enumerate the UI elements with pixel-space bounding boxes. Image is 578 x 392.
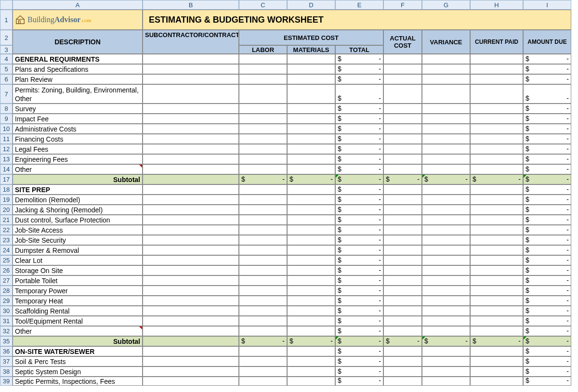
money-cell[interactable]: $- [523,377,571,386]
money-cell[interactable]: $- [523,154,571,164]
money-cell[interactable]: $- [523,245,571,255]
money-cell[interactable]: $- [523,124,571,134]
description-cell[interactable]: Clear Lot [13,255,143,265]
empty-cell[interactable] [422,265,470,275]
empty-cell[interactable] [383,124,422,134]
empty-cell[interactable] [422,134,470,144]
empty-cell[interactable] [470,306,523,316]
money-cell[interactable]: $- [523,74,571,84]
money-cell[interactable]: $- [523,144,571,154]
money-cell[interactable]: $- [287,336,335,346]
description-cell[interactable]: Plans and Specifications [13,64,143,74]
empty-cell[interactable] [239,356,287,366]
money-cell[interactable]: $- [523,306,571,316]
empty-cell[interactable] [383,74,422,84]
empty-cell[interactable] [287,245,335,255]
money-cell[interactable]: $- [335,54,383,64]
empty-cell[interactable] [287,84,335,104]
empty-cell[interactable] [287,184,335,195]
empty-cell[interactable] [143,356,239,366]
empty-cell[interactable] [239,74,287,84]
empty-cell[interactable] [422,255,470,265]
empty-cell[interactable] [422,286,470,296]
money-cell[interactable]: $- [335,275,383,286]
row-header[interactable]: 17 [0,174,13,184]
money-cell[interactable]: $- [523,114,571,124]
empty-cell[interactable] [239,215,287,225]
money-cell[interactable]: $- [523,356,571,366]
money-cell[interactable]: $- [523,164,571,174]
row-header[interactable]: 14 [0,164,13,174]
empty-cell[interactable] [470,316,523,326]
empty-cell[interactable] [422,74,470,84]
empty-cell[interactable] [239,164,287,174]
description-cell[interactable]: Dust control, Surface Protection [13,215,143,225]
empty-cell[interactable] [383,356,422,366]
empty-cell[interactable] [383,114,422,124]
row-header[interactable]: 13 [0,154,13,164]
row-header[interactable]: 2 [0,30,13,45]
empty-cell[interactable] [143,265,239,275]
empty-cell[interactable] [422,124,470,134]
empty-cell[interactable] [422,346,470,356]
money-cell[interactable]: $- [335,366,383,377]
money-cell[interactable]: $- [383,336,422,346]
row-header[interactable]: 6 [0,74,13,84]
empty-cell[interactable] [239,184,287,195]
empty-cell[interactable] [470,205,523,215]
empty-cell[interactable] [422,306,470,316]
money-cell[interactable]: $- [523,265,571,275]
empty-cell[interactable] [287,235,335,245]
money-cell[interactable]: $- [335,134,383,144]
money-cell[interactable]: $- [335,296,383,306]
description-cell[interactable]: Temporary Heat [13,296,143,306]
description-cell[interactable]: Job-Site Security [13,235,143,245]
money-cell[interactable]: $- [523,84,571,104]
money-cell[interactable]: $- [335,356,383,366]
row-header[interactable]: 20 [0,205,13,215]
money-cell[interactable]: $- [523,346,571,356]
money-cell[interactable]: $- [523,225,571,235]
empty-cell[interactable] [470,154,523,164]
description-cell[interactable]: Plan Review [13,74,143,84]
empty-cell[interactable] [422,326,470,336]
empty-cell[interactable] [470,356,523,366]
money-cell[interactable]: $- [335,104,383,114]
empty-cell[interactable] [287,326,335,336]
empty-cell[interactable] [143,64,239,74]
empty-cell[interactable] [470,184,523,195]
empty-cell[interactable] [470,275,523,286]
description-cell[interactable]: Soil & Perc Tests [13,356,143,366]
empty-cell[interactable] [422,215,470,225]
empty-cell[interactable] [470,346,523,356]
empty-cell[interactable] [143,124,239,134]
empty-cell[interactable] [470,74,523,84]
empty-cell[interactable] [239,346,287,356]
money-cell[interactable]: $- [335,286,383,296]
description-cell[interactable]: Engineering Fees [13,154,143,164]
empty-cell[interactable] [287,346,335,356]
money-cell[interactable]: $- [523,54,571,64]
empty-cell[interactable] [422,144,470,154]
money-cell[interactable]: $- [422,174,470,184]
money-cell[interactable]: $- [335,64,383,74]
column-header[interactable]: B [143,0,239,10]
empty-cell[interactable] [470,114,523,124]
empty-cell[interactable] [143,84,239,104]
money-cell[interactable]: $- [335,255,383,265]
empty-cell[interactable] [470,84,523,104]
empty-cell[interactable] [287,275,335,286]
empty-cell[interactable] [383,286,422,296]
empty-cell[interactable] [239,366,287,377]
empty-cell[interactable] [383,377,422,386]
empty-cell[interactable] [422,296,470,306]
description-cell[interactable]: Job-Site Access [13,225,143,235]
description-cell[interactable]: Portable Toilet [13,275,143,286]
empty-cell[interactable] [422,356,470,366]
empty-cell[interactable] [422,225,470,235]
money-cell[interactable]: $- [335,154,383,164]
empty-cell[interactable] [470,134,523,144]
money-cell[interactable]: $- [523,286,571,296]
empty-cell[interactable] [143,316,239,326]
row-header[interactable]: 35 [0,336,13,346]
